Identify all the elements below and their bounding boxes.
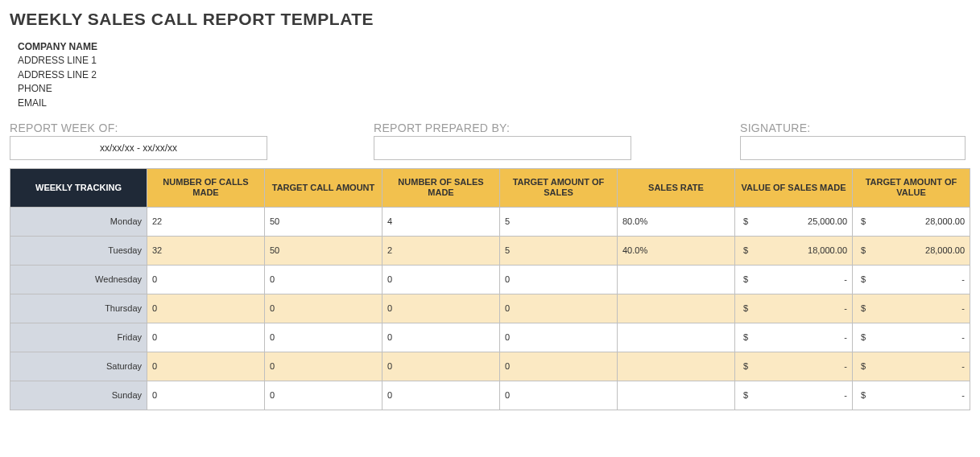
cell-calls-made[interactable]: 0: [147, 323, 265, 352]
currency-symbol: $: [743, 245, 748, 255]
day-cell: Thursday: [10, 294, 147, 323]
report-prepared-by-label: REPORT PREPARED BY:: [374, 121, 740, 134]
cell-sales-made[interactable]: 0: [382, 352, 500, 381]
currency-symbol: $: [743, 361, 748, 371]
cell-value-sales[interactable]: $25,000.00: [735, 207, 853, 236]
cell-target-calls[interactable]: 0: [265, 323, 382, 352]
header-target-calls: TARGET CALL AMOUNT: [265, 168, 382, 207]
currency-symbol: $: [861, 303, 866, 313]
day-cell: Friday: [10, 323, 147, 352]
cell-target-sales[interactable]: 0: [500, 294, 618, 323]
report-prepared-by-input[interactable]: [374, 136, 631, 160]
cell-sales-made[interactable]: 2: [382, 236, 500, 265]
table-row: Tuesday32502540.0%$18,000.00$28,000.00: [10, 236, 970, 265]
currency-symbol: $: [743, 390, 748, 400]
cell-target-value[interactable]: $28,000.00: [853, 207, 970, 236]
header-target-value: TARGET AMOUNT OF VALUE: [853, 168, 970, 207]
signature-label: SIGNATURE:: [740, 121, 970, 134]
cell-sales-rate[interactable]: [618, 381, 735, 410]
company-phone: PHONE: [18, 82, 970, 96]
currency-symbol: $: [861, 390, 866, 400]
cell-calls-made[interactable]: 0: [147, 294, 265, 323]
cell-target-calls[interactable]: 0: [265, 294, 382, 323]
signature-input[interactable]: [740, 136, 966, 160]
amount: -: [961, 303, 965, 313]
amount: 28,000.00: [925, 216, 965, 226]
amount: -: [844, 390, 847, 400]
cell-sales-made[interactable]: 0: [382, 323, 500, 352]
cell-target-value[interactable]: $-: [853, 265, 970, 294]
header-calls-made: NUMBER OF CALLS MADE: [147, 168, 265, 207]
cell-target-calls[interactable]: 50: [265, 236, 382, 265]
report-meta-row: REPORT WEEK OF: xx/xx/xx - xx/xx/xx REPO…: [10, 121, 970, 160]
day-cell: Saturday: [10, 352, 147, 381]
cell-sales-rate[interactable]: [618, 265, 735, 294]
company-address-2: ADDRESS LINE 2: [18, 68, 970, 82]
table-row: Thursday0000$-$-: [10, 294, 970, 323]
cell-target-value[interactable]: $-: [853, 352, 970, 381]
table-row: Wednesday0000$-$-: [10, 265, 970, 294]
cell-value-sales[interactable]: $-: [735, 294, 853, 323]
cell-value-sales[interactable]: $-: [735, 352, 853, 381]
currency-symbol: $: [861, 245, 866, 255]
table-row: Monday22504580.0%$25,000.00$28,000.00: [10, 207, 970, 236]
cell-target-value[interactable]: $-: [853, 294, 970, 323]
amount: 25,000.00: [808, 216, 847, 226]
cell-sales-made[interactable]: 4: [382, 207, 500, 236]
cell-sales-rate[interactable]: 40.0%: [618, 236, 735, 265]
cell-target-sales[interactable]: 5: [500, 236, 618, 265]
cell-calls-made[interactable]: 32: [147, 236, 265, 265]
cell-calls-made[interactable]: 0: [147, 265, 265, 294]
cell-value-sales[interactable]: $-: [735, 323, 853, 352]
cell-target-calls[interactable]: 0: [265, 381, 382, 410]
page-title: WEEKLY SALES CALL REPORT TEMPLATE: [10, 10, 970, 29]
company-email: EMAIL: [18, 97, 970, 110]
weekly-tracking-table: WEEKLY TRACKING NUMBER OF CALLS MADE TAR…: [10, 168, 970, 410]
cell-sales-rate[interactable]: 80.0%: [618, 207, 735, 236]
cell-calls-made[interactable]: 22: [147, 207, 265, 236]
amount: -: [844, 303, 847, 313]
day-cell: Sunday: [10, 381, 147, 410]
cell-target-calls[interactable]: 0: [265, 352, 382, 381]
cell-target-calls[interactable]: 50: [265, 207, 382, 236]
cell-target-sales[interactable]: 5: [500, 207, 618, 236]
cell-calls-made[interactable]: 0: [147, 352, 265, 381]
cell-target-sales[interactable]: 0: [500, 381, 618, 410]
cell-value-sales[interactable]: $-: [735, 265, 853, 294]
report-week-of-label: REPORT WEEK OF:: [10, 121, 374, 134]
cell-calls-made[interactable]: 0: [147, 381, 265, 410]
cell-sales-made[interactable]: 0: [382, 265, 500, 294]
cell-target-sales[interactable]: 0: [500, 265, 618, 294]
table-header-row: WEEKLY TRACKING NUMBER OF CALLS MADE TAR…: [10, 168, 970, 207]
currency-symbol: $: [743, 303, 748, 313]
cell-target-sales[interactable]: 0: [500, 352, 618, 381]
day-cell: Monday: [10, 207, 147, 236]
cell-value-sales[interactable]: $-: [735, 381, 853, 410]
cell-value-sales[interactable]: $18,000.00: [735, 236, 853, 265]
amount: 18,000.00: [808, 245, 847, 255]
cell-sales-rate[interactable]: [618, 323, 735, 352]
cell-sales-made[interactable]: 0: [382, 294, 500, 323]
header-value-sales: VALUE OF SALES MADE: [735, 168, 853, 207]
header-sales-rate: SALES RATE: [618, 168, 735, 207]
cell-sales-made[interactable]: 0: [382, 381, 500, 410]
report-week-of-input[interactable]: xx/xx/xx - xx/xx/xx: [10, 136, 267, 160]
header-weekly-tracking: WEEKLY TRACKING: [10, 168, 147, 207]
currency-symbol: $: [743, 332, 748, 342]
amount: -: [844, 361, 847, 371]
table-row: Saturday0000$-$-: [10, 352, 970, 381]
cell-sales-rate[interactable]: [618, 352, 735, 381]
currency-symbol: $: [743, 274, 748, 284]
amount: -: [844, 332, 847, 342]
cell-target-calls[interactable]: 0: [265, 265, 382, 294]
cell-target-value[interactable]: $-: [853, 381, 970, 410]
cell-target-value[interactable]: $28,000.00: [853, 236, 970, 265]
cell-target-value[interactable]: $-: [853, 323, 970, 352]
amount: -: [961, 274, 965, 284]
amount: -: [844, 274, 847, 284]
amount: -: [961, 332, 965, 342]
currency-symbol: $: [743, 216, 748, 226]
cell-target-sales[interactable]: 0: [500, 323, 618, 352]
amount: -: [961, 390, 965, 400]
cell-sales-rate[interactable]: [618, 294, 735, 323]
